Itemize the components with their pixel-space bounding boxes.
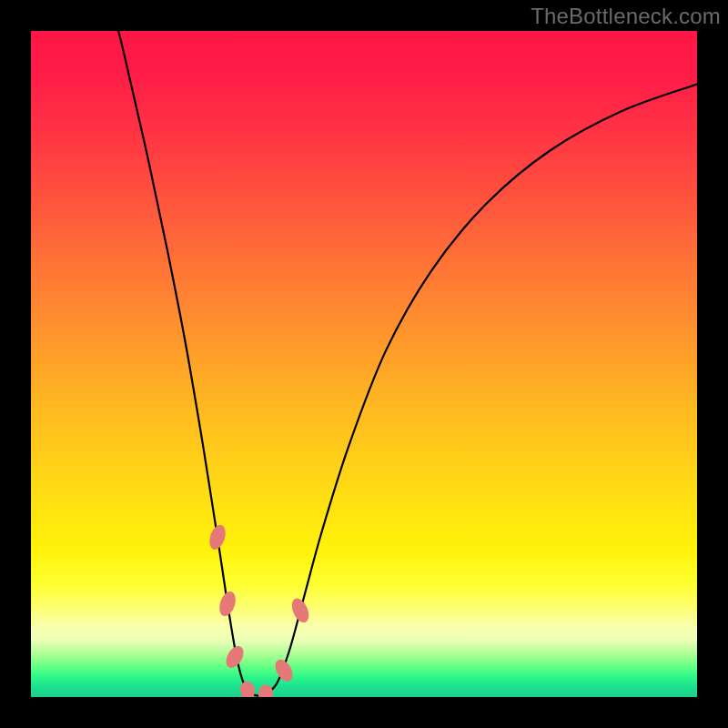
curve-marker (258, 684, 274, 697)
curve-marker (288, 596, 312, 625)
watermark-text: TheBottleneck.com (531, 4, 721, 29)
curve-markers (207, 523, 312, 697)
bottleneck-curve (113, 31, 697, 696)
curve-marker (223, 643, 248, 672)
curve-marker (238, 680, 256, 697)
curve-marker (207, 523, 228, 552)
chart-svg (31, 31, 697, 697)
curve-marker (272, 656, 297, 684)
curve-marker (217, 590, 238, 619)
chart-frame (31, 31, 697, 697)
